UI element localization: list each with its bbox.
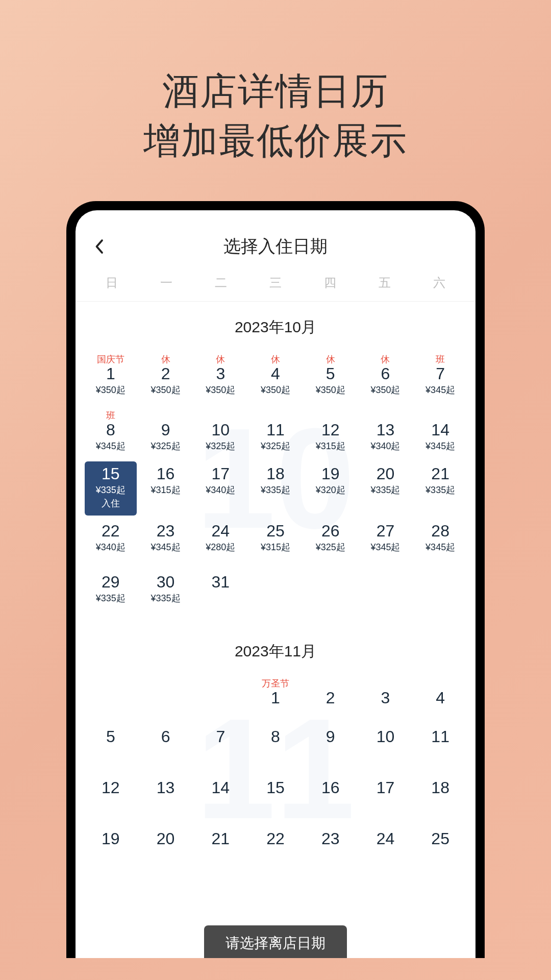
day-cell[interactable]: .9¥325起 — [140, 405, 192, 458]
day-number: 6 — [381, 365, 390, 382]
day-cell[interactable]: 20 — [140, 826, 192, 874]
day-price: ¥335起 — [425, 484, 455, 496]
day-holiday-label: 班 — [436, 353, 445, 364]
day-cell[interactable]: 17¥340起 — [194, 461, 246, 516]
day-number: 20 — [157, 830, 175, 847]
day-cell[interactable]: .14¥345起 — [414, 405, 466, 458]
weekday-label: 三 — [248, 275, 303, 291]
day-holiday-label: 班 — [106, 409, 115, 421]
day-cell[interactable]: 休2¥350起 — [140, 349, 192, 402]
day-cell[interactable]: 20¥335起 — [360, 461, 412, 516]
day-cell[interactable]: 18¥335起 — [249, 461, 302, 516]
day-cell[interactable]: 25¥315起 — [249, 519, 302, 567]
day-cell[interactable]: 22 — [249, 826, 302, 874]
day-price: ¥350起 — [96, 384, 126, 396]
checkin-label: 入住 — [102, 497, 120, 509]
day-cell[interactable]: 30¥335起 — [140, 570, 192, 618]
day-number: 2 — [161, 365, 170, 382]
weekday-label: 六 — [412, 275, 466, 291]
day-holiday-label: 休 — [216, 353, 225, 364]
day-number: 16 — [157, 465, 175, 482]
day-number: 23 — [321, 830, 340, 847]
day-number: 9 — [326, 728, 335, 745]
day-number: 14 — [211, 779, 230, 796]
day-cell[interactable]: 休6¥350起 — [360, 349, 412, 402]
day-cell[interactable]: 11 — [414, 724, 466, 772]
day-price: ¥350起 — [206, 384, 235, 396]
day-cell[interactable]: 班7¥345起 — [414, 349, 466, 402]
day-cell[interactable]: 22¥340起 — [85, 519, 137, 567]
day-cell[interactable]: 国庆节1¥350起 — [85, 349, 137, 402]
day-number: 1 — [106, 365, 115, 382]
day-cell[interactable]: 17 — [360, 775, 412, 823]
day-cell[interactable]: 31 — [194, 570, 246, 618]
day-cell[interactable]: 19 — [85, 826, 137, 874]
day-price: ¥345起 — [425, 384, 455, 396]
day-price: ¥340起 — [370, 440, 400, 452]
day-cell[interactable]: .4 — [414, 673, 466, 721]
day-holiday-label: 国庆节 — [97, 353, 124, 364]
day-cell[interactable]: 13 — [140, 775, 192, 823]
day-cell[interactable]: 9 — [305, 724, 357, 772]
day-cell[interactable]: 14 — [194, 775, 246, 823]
day-holiday-label: 休 — [326, 353, 335, 364]
day-cell[interactable]: 28¥345起 — [414, 519, 466, 567]
day-cell[interactable]: 21 — [194, 826, 246, 874]
day-cell[interactable]: .2 — [305, 673, 357, 721]
day-number: 22 — [102, 523, 120, 539]
day-price: ¥325起 — [261, 440, 290, 452]
day-cell[interactable]: 23 — [305, 826, 357, 874]
month-section: 112023年11月万圣节1.2.3.456789101112131415161… — [76, 626, 475, 883]
day-cell[interactable]: 18 — [414, 775, 466, 823]
day-number: 20 — [377, 465, 395, 482]
phone-frame: 选择入住日期 日一二三四五六 102023年10月国庆节1¥350起休2¥350… — [66, 201, 485, 958]
day-cell[interactable]: .11¥325起 — [249, 405, 302, 458]
day-cell[interactable]: 休5¥350起 — [305, 349, 357, 402]
day-cell[interactable]: 24 — [360, 826, 412, 874]
day-price: ¥350起 — [370, 384, 400, 396]
day-cell[interactable]: 休3¥350起 — [194, 349, 246, 402]
day-cell[interactable]: 29¥335起 — [85, 570, 137, 618]
day-price: ¥315起 — [151, 484, 181, 496]
day-cell[interactable]: 16¥315起 — [140, 461, 192, 516]
day-cell[interactable]: 5 — [85, 724, 137, 772]
day-cell[interactable]: 万圣节1 — [249, 673, 302, 721]
day-number: 5 — [326, 365, 335, 382]
weekday-row: 日一二三四五六 — [76, 271, 475, 302]
day-cell[interactable]: 15 — [249, 775, 302, 823]
day-cell[interactable]: .13¥340起 — [360, 405, 412, 458]
day-cell[interactable]: 27¥345起 — [360, 519, 412, 567]
day-cell[interactable]: 23¥345起 — [140, 519, 192, 567]
day-cell[interactable]: .10¥325起 — [194, 405, 246, 458]
day-cell[interactable]: 班8¥345起 — [85, 405, 137, 458]
day-number: 10 — [377, 728, 395, 745]
day-cell[interactable]: 16 — [305, 775, 357, 823]
weekday-label: 二 — [194, 275, 248, 291]
day-holiday-label: 休 — [381, 353, 390, 364]
day-cell[interactable]: 24¥280起 — [194, 519, 246, 567]
day-cell[interactable]: 21¥335起 — [414, 461, 466, 516]
day-number: 13 — [157, 779, 175, 796]
weekday-label: 四 — [303, 275, 357, 291]
day-cell[interactable]: .12¥315起 — [305, 405, 357, 458]
day-cell[interactable]: 8 — [249, 724, 302, 772]
calendar-grid: 万圣节1.2.3.4567891011121314151617181920212… — [85, 673, 466, 874]
day-cell[interactable]: 26¥325起 — [305, 519, 357, 567]
back-button[interactable] — [90, 237, 108, 256]
day-cell[interactable]: 19¥320起 — [305, 461, 357, 516]
day-cell[interactable]: 7 — [194, 724, 246, 772]
day-number: 12 — [102, 779, 120, 796]
day-cell[interactable]: 10 — [360, 724, 412, 772]
day-cell[interactable]: 15¥335起入住 — [85, 461, 137, 516]
day-cell[interactable]: 6 — [140, 724, 192, 772]
day-price: ¥325起 — [316, 541, 345, 553]
day-cell[interactable]: 25 — [414, 826, 466, 874]
day-price: ¥350起 — [261, 384, 290, 396]
day-cell[interactable]: 12 — [85, 775, 137, 823]
day-number: 2 — [326, 690, 335, 706]
day-cell[interactable]: 休4¥350起 — [249, 349, 302, 402]
day-number: 18 — [431, 779, 449, 796]
day-number: 7 — [436, 365, 445, 382]
day-cell[interactable]: .3 — [360, 673, 412, 721]
day-number: 4 — [271, 365, 280, 382]
